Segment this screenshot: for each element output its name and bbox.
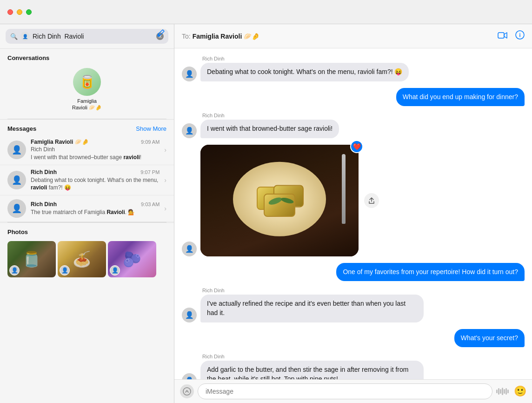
- msg-preview-1: I went with that browned–butter sage rav…: [31, 154, 160, 161]
- compose-button[interactable]: [156, 29, 166, 40]
- bubble-group-6: Rich Dinh I've actually refined the reci…: [200, 288, 424, 322]
- msg-time-1: 9:09 AM: [141, 139, 160, 145]
- chat-image[interactable]: [200, 145, 359, 256]
- messages-label: Messages: [7, 125, 36, 132]
- msg-time-2: 9:07 PM: [140, 169, 160, 175]
- chat-msg-1: 👤 Rich Dinh Debating what to cook tonigh…: [182, 56, 525, 81]
- msg-chevron-1: ›: [164, 146, 166, 154]
- conversation-avatar: 🥫: [73, 68, 101, 96]
- chat-title-container: To: Famiglia Ravioli 🥟🤌: [182, 33, 259, 40]
- photos-label: Photos: [0, 223, 174, 238]
- msg-from-1: Rich Dinh: [31, 146, 160, 153]
- msg-sender-2: Rich Dinh: [31, 169, 57, 175]
- chat-input-bar: 🙂: [174, 379, 532, 403]
- contact-badge: 👤: [20, 32, 30, 41]
- bubble-2: What did you end up making for dinner?: [396, 88, 525, 107]
- photos-section: Photos 🫙 👤 🍝 👤: [0, 222, 174, 286]
- minimize-button[interactable]: [17, 9, 22, 15]
- conversations-header: Conversations: [0, 49, 174, 64]
- bubble-avatar-4: 👤: [182, 242, 197, 256]
- conversations-section: Conversations 🥫 FamigliaRavioli 🥟🤌: [0, 49, 174, 119]
- msg-avatar-1: 👤: [7, 141, 26, 159]
- bubble-avatar-8: 👤: [182, 373, 197, 379]
- share-button[interactable]: [364, 193, 379, 208]
- search-input[interactable]: [33, 33, 153, 40]
- msg-content-1: Famiglia Ravioli 🥟🤌 9:09 AM Rich Dinh I …: [31, 139, 160, 161]
- image-bubble-container: ❤️: [200, 145, 359, 256]
- msg-avatar-3: 👤: [7, 199, 26, 218]
- chat-msg-5: One of my favorites from your repertoire…: [182, 263, 525, 282]
- chat-header: To: Famiglia Ravioli 🥟🤌: [174, 24, 532, 48]
- chat-msg-4: 👤: [182, 145, 525, 256]
- sidebar: 🔍 👤 ✕ Conversations 🥫 FamigliaRavioli 🥟🤌: [0, 24, 174, 403]
- bubble-avatar-1: 👤: [182, 67, 197, 81]
- bubble-group-1: Rich Dinh Debating what to cook tonight.…: [200, 56, 409, 81]
- bubble-sender-3: Rich Dinh: [200, 113, 339, 118]
- bubble-group-2: What did you end up making for dinner?: [396, 88, 525, 107]
- photo-thumb-2[interactable]: 🍝 👤: [58, 241, 106, 277]
- bubble-group-7: What's your secret?: [454, 329, 525, 348]
- msg-content-2: Rich Dinh 9:07 PM Debating what to cook …: [31, 169, 160, 191]
- bubble-7: What's your secret?: [454, 329, 525, 348]
- chat-messages: 👤 Rich Dinh Debating what to cook tonigh…: [174, 48, 532, 379]
- bubble-sender-1: Rich Dinh: [200, 56, 409, 61]
- bubble-5: One of my favorites from your repertoire…: [336, 263, 525, 282]
- photo-avatar-3: 👤: [110, 265, 120, 275]
- bubble-avatar-3: 👤: [182, 123, 197, 138]
- chat-msg-2: What did you end up making for dinner?: [182, 88, 525, 107]
- chat-area: To: Famiglia Ravioli 🥟🤌: [174, 24, 532, 403]
- fullscreen-button[interactable]: [26, 9, 32, 15]
- search-icon: 🔍: [10, 33, 18, 40]
- main-container: 🔍 👤 ✕ Conversations 🥫 FamigliaRavioli 🥟🤌: [0, 24, 532, 403]
- msg-sender-1: Famiglia Ravioli 🥟🤌: [31, 139, 89, 145]
- traffic-lights: [0, 9, 39, 15]
- app-store-button[interactable]: [180, 384, 194, 398]
- emoji-button[interactable]: 🙂: [514, 385, 526, 397]
- heart-reaction: ❤️: [350, 140, 363, 153]
- msg-chevron-2: ›: [164, 176, 166, 184]
- msg-sender-3: Rich Dinh: [31, 201, 57, 208]
- bubble-3: I went with that browned-butter sage rav…: [200, 120, 339, 138]
- bubble-group-8: Rich Dinh Add garlic to the butter, and …: [200, 354, 424, 379]
- bubble-sender-6: Rich Dinh: [200, 288, 424, 293]
- msg-avatar-2: 👤: [7, 171, 26, 189]
- title-bar: [0, 0, 532, 24]
- msg-content-3: Rich Dinh 9:03 AM The true matriarch of …: [31, 201, 160, 216]
- svg-rect-1: [498, 33, 504, 38]
- messages-header: Messages Show More: [0, 120, 174, 135]
- conversation-name: FamigliaRavioli 🥟🤌: [72, 98, 102, 111]
- chat-header-icons: [498, 30, 525, 42]
- chat-msg-8: 👤 Rich Dinh Add garlic to the butter, an…: [182, 354, 525, 379]
- video-call-icon[interactable]: [498, 31, 508, 41]
- msg-time-3: 9:03 AM: [141, 202, 160, 207]
- search-wrapper: 🔍 👤 ✕: [6, 29, 168, 44]
- msg-chevron-3: ›: [164, 205, 166, 212]
- message-result-2[interactable]: 👤 Rich Dinh 9:07 PM Debating what to coo…: [0, 165, 174, 195]
- photo-avatar-1: 👤: [9, 265, 20, 275]
- info-icon[interactable]: [515, 30, 525, 42]
- message-result-1[interactable]: 👤 Famiglia Ravioli 🥟🤌 9:09 AM Rich Dinh …: [0, 135, 174, 165]
- search-bar: 🔍 👤 ✕: [0, 24, 174, 49]
- message-input[interactable]: [198, 383, 492, 399]
- photo-thumb-1[interactable]: 🫙 👤: [7, 241, 56, 277]
- msg-preview-2: Debating what to cook tonight. What's on…: [31, 176, 160, 191]
- message-result-3[interactable]: 👤 Rich Dinh 9:03 AM The true matriarch o…: [0, 195, 174, 222]
- photo-thumb-3[interactable]: 🫐 👤: [108, 241, 156, 277]
- svg-rect-0: [158, 36, 160, 37]
- photos-grid: 🫙 👤 🍝 👤: [0, 238, 174, 280]
- chat-msg-7: What's your secret?: [182, 329, 525, 348]
- chat-title: Famiglia Ravioli 🥟🤌: [193, 33, 259, 40]
- bubble-sender-8: Rich Dinh: [200, 354, 424, 359]
- chat-msg-6: 👤 Rich Dinh I've actually refined the re…: [182, 288, 525, 322]
- audio-button[interactable]: [496, 386, 510, 396]
- bubble-avatar-6: 👤: [182, 308, 197, 322]
- msg-preview-3: The true matriarch of Famiglia Ravioli. …: [31, 208, 160, 216]
- conversation-item[interactable]: 🥫 FamigliaRavioli 🥟🤌: [0, 64, 174, 115]
- show-more-button[interactable]: Show More: [136, 125, 166, 132]
- bubble-group-3: Rich Dinh I went with that browned-butte…: [200, 113, 339, 138]
- bubble-group-5: One of my favorites from your repertoire…: [336, 263, 525, 282]
- chat-msg-3: 👤 Rich Dinh I went with that browned-but…: [182, 113, 525, 138]
- messages-section: Messages Show More 👤 Famiglia Ravioli 🥟🤌…: [0, 119, 174, 222]
- svg-point-3: [183, 388, 191, 395]
- close-button[interactable]: [7, 9, 13, 15]
